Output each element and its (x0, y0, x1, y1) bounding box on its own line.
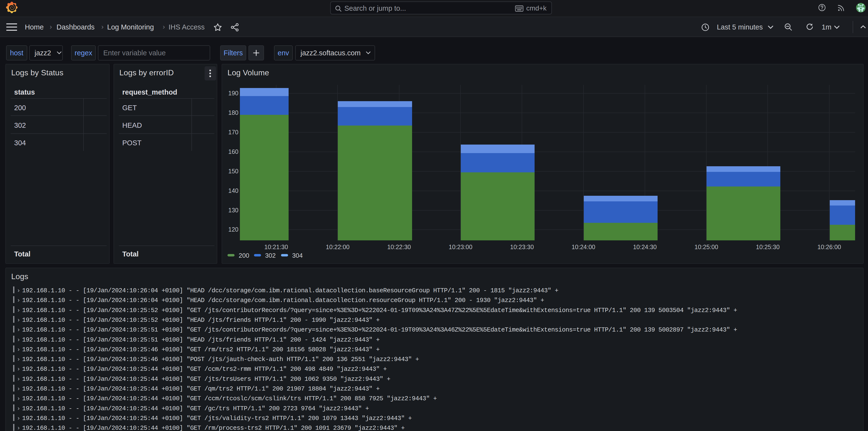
svg-text:160: 160 (228, 148, 239, 155)
svg-text:180: 180 (228, 109, 239, 116)
svg-text:302: 302 (265, 252, 276, 259)
svg-text:304: 304 (292, 252, 303, 259)
svg-text:10:21:30: 10:21:30 (264, 243, 288, 250)
svg-text:10:24:00: 10:24:00 (571, 243, 595, 250)
svg-text:150: 150 (228, 168, 239, 175)
svg-text:170: 170 (228, 129, 239, 136)
svg-text:10:22:30: 10:22:30 (387, 243, 411, 250)
svg-text:10:25:30: 10:25:30 (756, 243, 780, 250)
svg-text:10:22:00: 10:22:00 (326, 243, 349, 250)
svg-text:190: 190 (228, 90, 239, 96)
svg-text:10:23:00: 10:23:00 (448, 243, 472, 250)
svg-text:10:23:30: 10:23:30 (510, 243, 534, 250)
svg-text:10:26:00: 10:26:00 (817, 243, 841, 250)
svg-text:200: 200 (239, 252, 249, 259)
svg-text:120: 120 (228, 226, 239, 233)
svg-text:130: 130 (228, 207, 239, 213)
svg-text:140: 140 (228, 187, 239, 194)
svg-text:10:25:00: 10:25:00 (694, 243, 718, 250)
svg-text:10:24:30: 10:24:30 (633, 243, 657, 250)
